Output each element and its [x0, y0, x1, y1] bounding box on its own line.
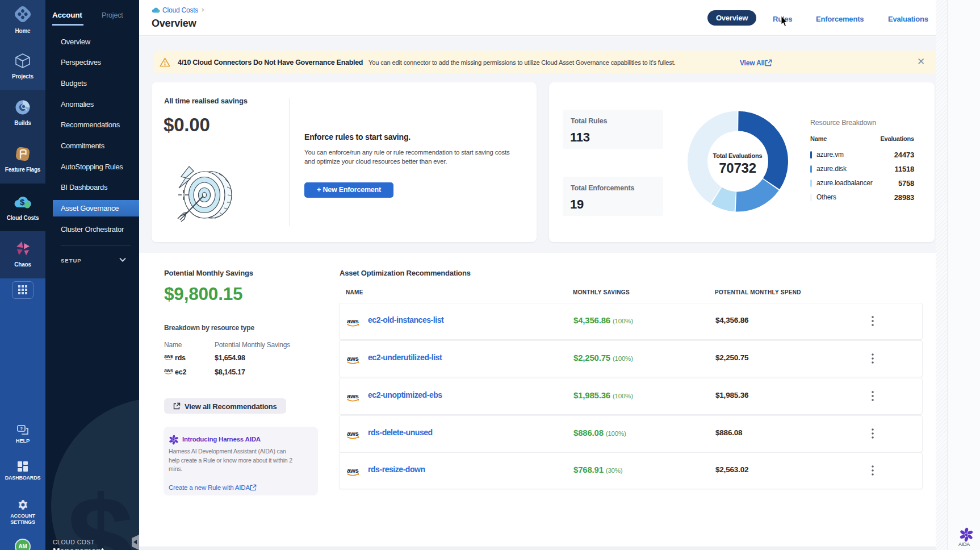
svg-text:aws: aws	[347, 467, 359, 474]
svg-text:$: $	[20, 197, 25, 207]
svg-text:aws: aws	[347, 318, 359, 324]
svg-text:aws: aws	[347, 430, 359, 437]
svg-text:aws: aws	[347, 393, 359, 399]
svg-text:aws: aws	[347, 355, 359, 362]
svg-text:aws: aws	[164, 368, 173, 373]
svg-text:?: ?	[20, 426, 23, 431]
svg-text:aws: aws	[164, 354, 173, 359]
